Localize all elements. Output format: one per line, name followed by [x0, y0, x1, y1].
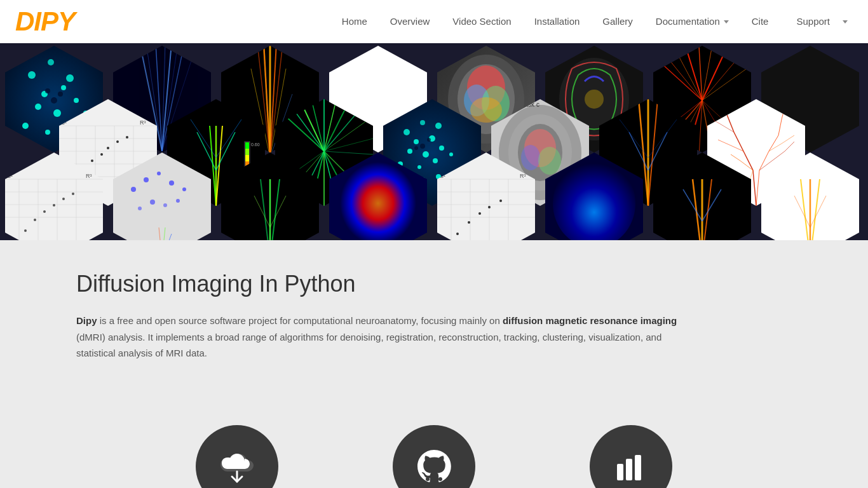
nav-documentation-dropdown[interactable]: Documentation — [644, 0, 740, 43]
svg-point-202 — [150, 200, 155, 205]
svg-point-101 — [116, 140, 119, 143]
svg-text:R³: R³ — [86, 173, 92, 179]
svg-point-226 — [468, 221, 470, 224]
documentation-caret-icon — [724, 20, 729, 24]
svg-point-38 — [45, 88, 50, 93]
svg-point-30 — [53, 109, 61, 117]
nav-documentation[interactable]: Documentation — [644, 0, 740, 43]
svg-point-203 — [163, 203, 167, 207]
icons-section — [0, 400, 868, 489]
logo[interactable]: DIPY — [15, 6, 75, 37]
svg-point-159 — [414, 146, 418, 150]
intro-paragraph: Dipy is a free and open source software … — [76, 313, 686, 362]
nav-home[interactable]: Home — [330, 0, 379, 43]
svg-point-143 — [420, 120, 425, 125]
svg-point-227 — [478, 212, 481, 215]
intro-text-before-bold: is a free and open source software proje… — [97, 315, 503, 326]
svg-point-24 — [28, 71, 36, 79]
svg-point-37 — [58, 92, 63, 97]
nav-support-dropdown[interactable]: Support — [780, 0, 853, 43]
svg-rect-116 — [245, 155, 249, 161]
hero-section: S¹ R³ 0.60 0.40 — [0, 43, 868, 240]
svg-point-67 — [585, 90, 604, 109]
svg-text:S¹: S¹ — [7, 173, 13, 179]
github-icon — [414, 446, 454, 487]
svg-rect-251 — [635, 455, 641, 480]
svg-point-29 — [35, 104, 41, 110]
support-caret-icon — [843, 20, 848, 24]
svg-point-187 — [24, 229, 27, 232]
svg-point-157 — [420, 144, 425, 149]
svg-point-158 — [427, 138, 431, 142]
svg-point-145 — [414, 139, 419, 144]
nav-links: Home Overview Video Section Installation… — [330, 0, 853, 43]
svg-text:0.60: 0.60 — [251, 142, 260, 147]
nav-installation[interactable]: Installation — [523, 0, 592, 43]
svg-point-197 — [144, 177, 149, 182]
download-item[interactable] — [196, 425, 278, 489]
svg-point-165 — [521, 145, 540, 170]
intro-bold-text: diffusion magnetic resonance imaging — [503, 315, 677, 326]
svg-point-204 — [176, 199, 180, 203]
svg-text:R³: R³ — [520, 173, 526, 179]
svg-point-28 — [61, 85, 66, 90]
nav-support[interactable]: Support — [785, 0, 841, 43]
nav-gallery[interactable]: Gallery — [591, 0, 644, 43]
svg-point-152 — [433, 158, 438, 163]
download-circle[interactable] — [196, 425, 278, 489]
svg-point-153 — [449, 152, 453, 156]
svg-point-36 — [51, 97, 57, 104]
svg-point-98 — [91, 159, 93, 162]
svg-point-100 — [107, 147, 109, 149]
svg-point-31 — [74, 98, 79, 103]
svg-rect-250 — [626, 459, 632, 480]
svg-point-200 — [182, 187, 186, 191]
stats-circle[interactable] — [590, 425, 672, 489]
intro-text-after-bold: (dMRI) analysis. It implements a broad r… — [76, 332, 661, 359]
hero-hex-grid: S¹ R³ 0.60 0.40 — [0, 43, 868, 240]
svg-point-228 — [488, 206, 491, 208]
svg-point-144 — [435, 123, 442, 129]
svg-point-148 — [423, 151, 429, 158]
svg-point-32 — [22, 123, 29, 129]
svg-rect-249 — [617, 464, 623, 480]
svg-text:R³: R³ — [140, 119, 146, 126]
navbar: DIPY Home Overview Video Section Install… — [0, 0, 868, 43]
svg-point-102 — [126, 136, 128, 139]
svg-point-188 — [34, 219, 36, 221]
svg-point-247 — [426, 477, 430, 481]
stats-icon — [611, 446, 651, 487]
svg-point-248 — [438, 477, 442, 481]
stats-item[interactable] — [590, 425, 672, 489]
svg-point-189 — [43, 210, 46, 213]
svg-point-225 — [456, 233, 459, 235]
svg-point-151 — [417, 165, 421, 169]
github-circle[interactable] — [393, 425, 475, 489]
svg-point-26 — [66, 74, 74, 82]
svg-point-196 — [131, 187, 136, 192]
svg-rect-115 — [245, 149, 249, 155]
nav-cite[interactable]: Cite — [740, 0, 780, 43]
svg-point-199 — [169, 180, 174, 186]
svg-point-191 — [62, 198, 65, 200]
nav-overview[interactable]: Overview — [379, 0, 442, 43]
intro-heading: Diffusion Imaging In Python — [76, 271, 792, 297]
svg-point-25 — [48, 59, 54, 65]
svg-point-229 — [499, 200, 502, 202]
svg-point-149 — [439, 146, 444, 151]
svg-point-64 — [470, 97, 502, 123]
brand-name: Dipy — [76, 315, 97, 326]
nav-video-section[interactable]: Video Section — [441, 0, 522, 43]
intro-section: Diffusion Imaging In Python Dipy is a fr… — [0, 240, 868, 400]
svg-point-190 — [53, 204, 55, 207]
svg-rect-114 — [245, 142, 249, 149]
download-icon — [217, 446, 257, 487]
svg-point-147 — [407, 149, 412, 154]
svg-point-33 — [45, 130, 50, 135]
svg-point-99 — [100, 153, 103, 156]
svg-point-201 — [138, 207, 142, 210]
svg-point-166 — [538, 147, 561, 175]
svg-point-192 — [72, 193, 74, 195]
svg-point-142 — [403, 129, 410, 135]
github-item[interactable] — [393, 425, 475, 489]
